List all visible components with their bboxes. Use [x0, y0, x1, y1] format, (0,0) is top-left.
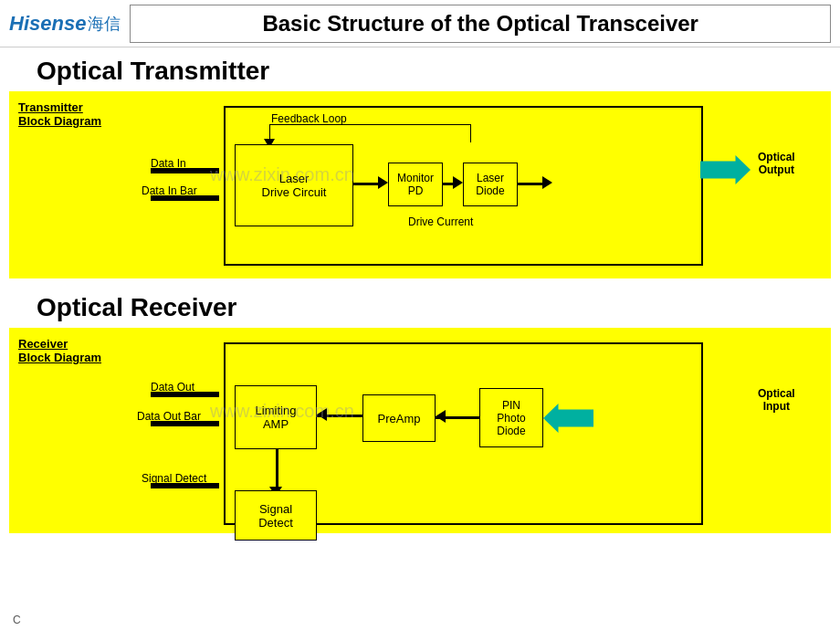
preamp-block: PreAmp: [362, 394, 436, 442]
pin-to-preamp-arrow: [436, 410, 446, 423]
optical-input-label: Optical Input: [758, 387, 795, 413]
monitor-to-laser-arrow: [453, 176, 463, 189]
pin-photo-diode-block: PIN Photo Diode: [479, 388, 543, 447]
header: Hisense 海信 Basic Structure of the Optica…: [0, 0, 840, 47]
feedback-line-top: [269, 124, 470, 125]
data-in-bar-line: [151, 195, 219, 201]
optical-output-label: Optical Output: [758, 151, 795, 176]
limiting-to-signal-line: [276, 449, 278, 490]
receiver-diagram: Receiver Block Diagram Data Out Data Out…: [9, 328, 831, 533]
laser-to-output-arrow: [542, 176, 552, 189]
signal-detect-line: [151, 483, 219, 488]
signal-detect-block: Signal Detect: [235, 490, 317, 541]
monitor-pd-block: Monitor PD: [388, 163, 443, 206]
logo-area: Hisense 海信: [9, 12, 121, 36]
data-in-line: [151, 168, 219, 173]
laser-to-output-line: [518, 183, 545, 185]
drive-to-monitor-arrow: [378, 176, 388, 189]
feedback-loop-label: Feedback Loop: [271, 112, 347, 125]
transmitter-title: Optical Transmitter: [18, 51, 822, 91]
receiver-title: Optical Receiver: [18, 288, 822, 328]
receiver-section-header: Optical Receiver: [0, 284, 840, 328]
preamp-to-limiting-arrow: [317, 408, 327, 421]
title-box: Basic Structure of the Optical Transceiv…: [130, 5, 831, 43]
logo-hisense: Hisense: [9, 12, 86, 36]
data-out-line: [151, 392, 219, 397]
feedback-line-right: [470, 124, 471, 142]
drive-current-label: Drive Current: [408, 215, 473, 228]
transmitter-block-diagram-label: Transmitter Block Diagram: [18, 100, 101, 128]
receiver-block-diagram-label: Receiver Block Diagram: [18, 337, 101, 364]
page-title: Basic Structure of the Optical Transceiv…: [149, 11, 812, 37]
logo-chinese: 海信: [88, 13, 121, 35]
transmitter-inner-box: Feedback Loop Laser Drive Circuit Monito…: [224, 106, 703, 266]
receiver-inner-box: Limiting AMP PreAmp PIN Photo Diode Sign…: [224, 342, 703, 525]
laser-drive-block: Laser Drive Circuit: [235, 144, 353, 226]
transmitter-section: Optical Transmitter: [0, 47, 840, 91]
optical-output-arrow: [700, 155, 751, 184]
limiting-amp-block: Limiting AMP: [235, 385, 317, 449]
copyright: C: [13, 614, 21, 626]
data-out-bar-line: [151, 421, 219, 426]
laser-diode-block: Laser Diode: [463, 163, 518, 206]
drive-to-monitor-line: [353, 183, 381, 185]
transmitter-diagram: Transmitter Block Diagram Data In Data I…: [9, 91, 831, 278]
optical-input-arrow: [543, 404, 593, 433]
